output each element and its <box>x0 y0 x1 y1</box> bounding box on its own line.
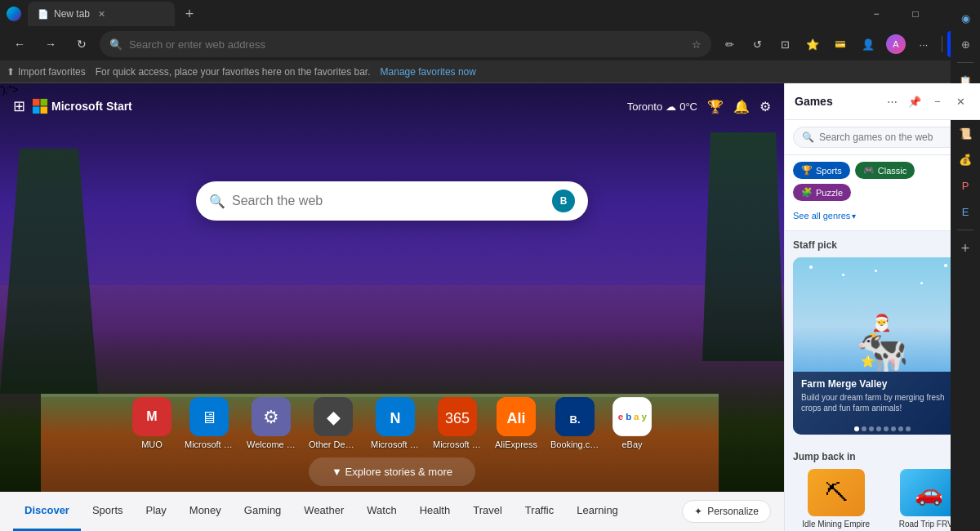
split-view-btn[interactable]: ⊡ <box>772 31 798 57</box>
star-icon: ⭐ <box>861 355 875 368</box>
shortcut-ms365[interactable]: 365 Microsoft 365 <box>433 397 482 449</box>
address-input[interactable] <box>129 38 685 51</box>
nav-tab-weather[interactable]: Weather <box>292 492 355 531</box>
explore-stories-btn[interactable]: ▼ Explore stories & more <box>309 457 475 486</box>
nav-tab-traffic[interactable]: Traffic <box>514 492 565 531</box>
shortcut-other-demos[interactable]: ◆ Other Demos <box>309 397 358 449</box>
nav-tab-discover[interactable]: Discover <box>13 492 81 531</box>
bing-btn[interactable]: B <box>552 190 575 212</box>
dot-7[interactable] <box>898 426 903 431</box>
shortcut-booking[interactable]: B. Booking.com <box>550 397 599 449</box>
nav-tab-money[interactable]: Money <box>178 492 233 531</box>
dot-1[interactable] <box>854 426 859 431</box>
nav-tab-sports[interactable]: Sports <box>81 492 135 531</box>
edge-side-add-btn[interactable]: + <box>954 237 977 260</box>
nav-tab-learning[interactable]: Learning <box>565 492 630 531</box>
personalize-btn[interactable]: ✦ Personalize <box>682 500 771 523</box>
svg-rect-3 <box>40 106 47 114</box>
staff-pick-name: Farm Merge Valley <box>801 378 964 390</box>
favorite-icon[interactable]: ☆ <box>692 38 702 51</box>
browser-tab[interactable]: 📄 New tab ✕ <box>28 2 175 26</box>
jump-back-mining[interactable]: ⛏ Idle Mining Empire <box>793 469 880 529</box>
roadtrip-icon: 🚗 <box>900 469 957 516</box>
ms-apps-grid-btn[interactable]: ⊞ Microsoft Start <box>13 97 132 115</box>
dot-5[interactable] <box>884 426 889 431</box>
puzzle-icon: 🧩 <box>801 187 813 198</box>
wallet-btn[interactable]: 💳 <box>827 31 853 57</box>
trophy-btn[interactable]: 🏆 <box>707 99 724 114</box>
svg-text:🖥: 🖥 <box>201 408 217 426</box>
tab-close-btn[interactable]: ✕ <box>98 9 105 20</box>
refresh-icon[interactable]: ↺ <box>744 31 770 57</box>
games-close-btn[interactable]: ✕ <box>951 91 970 111</box>
avatar-btn[interactable]: A <box>883 31 909 57</box>
edge-side-btn-6[interactable]: P <box>954 174 977 197</box>
staff-pick-card[interactable]: 🐄 🎅 ⭐ Farm Merge Valley Build your dream… <box>793 257 972 435</box>
edge-side-btn-7[interactable]: E <box>954 200 977 223</box>
address-bar-row: ← → ↻ 🔍 ☆ ✏ ↺ ⊡ ⭐ 💳 👤 A ··· E <box>0 28 980 60</box>
new-tab-btn[interactable]: + <box>178 2 201 25</box>
staff-pick-title: Staff pick <box>793 239 972 251</box>
genre-classic-tab[interactable]: 🎮 Classic <box>855 162 915 179</box>
manage-favorites-link[interactable]: Manage favorites now <box>381 66 476 78</box>
games-more-options-btn[interactable]: ⋯ <box>882 91 902 111</box>
shortcut-ms-re[interactable]: 🖥 Microsoft Re... <box>185 397 234 449</box>
dot-8[interactable] <box>906 426 911 431</box>
nav-tab-travel[interactable]: Travel <box>461 492 514 531</box>
dot-3[interactable] <box>869 426 874 431</box>
nav-tab-play[interactable]: Play <box>135 492 178 531</box>
see-all-genres-btn[interactable]: See all genres ▾ <box>793 207 972 224</box>
santa-hat-icon: 🎅 <box>871 313 892 332</box>
edge-side-discover[interactable]: ◉ <box>954 7 977 29</box>
games-pin-btn[interactable]: 📌 <box>905 91 924 111</box>
dot-4[interactable] <box>876 426 881 431</box>
nav-tab-gaming[interactable]: Gaming <box>233 492 293 531</box>
search-box[interactable]: 🔍 B <box>196 181 588 221</box>
notification-btn[interactable]: 🔔 <box>733 99 750 114</box>
svg-rect-0 <box>33 99 40 106</box>
browser-window: 📄 New tab ✕ + − □ ✕ ← → ↻ 🔍 ☆ ✏ ↺ ⊡ ⭐ <box>0 0 980 531</box>
back-btn[interactable]: ← <box>7 31 33 57</box>
maximize-btn[interactable]: □ <box>897 1 934 27</box>
shortcut-muo[interactable]: M MUO <box>132 397 172 449</box>
games-minimize-btn[interactable]: − <box>928 91 947 111</box>
minimize-btn[interactable]: − <box>858 1 895 27</box>
ms-start-label: Microsoft Start <box>51 100 132 113</box>
collections-btn[interactable]: ⭐ <box>800 31 826 57</box>
ms-flag-icon <box>32 98 48 114</box>
search-container: 🔍 B <box>196 181 588 221</box>
genre-puzzle-tab[interactable]: 🧩 Puzzle <box>793 184 851 201</box>
shortcut-welcome[interactable]: ⚙ Welcome to ... <box>247 397 296 449</box>
svg-rect-2 <box>33 106 40 114</box>
weather-widget[interactable]: Toronto ☁ 0°C <box>627 100 697 113</box>
dot-6[interactable] <box>891 426 896 431</box>
games-search-input[interactable] <box>819 132 963 143</box>
shortcut-aliexpress[interactable]: Ali AliExpress <box>495 397 537 449</box>
staff-pick-desc: Build your dream farm by merging fresh c… <box>801 392 964 413</box>
svg-text:Ali: Ali <box>506 410 525 426</box>
more-btn[interactable]: ··· <box>911 31 937 57</box>
edge-side-btn-4[interactable]: 📜 <box>954 122 977 145</box>
search-input[interactable] <box>232 194 546 208</box>
address-bar[interactable]: 🔍 ☆ <box>100 31 711 57</box>
profile-btn[interactable]: 👤 <box>855 31 881 57</box>
refresh-btn[interactable]: ↻ <box>69 31 95 57</box>
nav-tab-watch[interactable]: Watch <box>355 492 408 531</box>
favorites-bar: ⬆ Import favorites For quick access, pla… <box>0 60 980 83</box>
settings-btn[interactable]: ⚙ <box>760 99 771 114</box>
sports-icon: 🏆 <box>801 165 813 176</box>
favorites-btn[interactable]: ✏ <box>716 31 742 57</box>
tab-title-text: New tab <box>54 8 90 20</box>
import-favorites-btn[interactable]: ⬆ Import favorites <box>7 66 86 78</box>
dot-2[interactable] <box>862 426 866 431</box>
nav-tab-health[interactable]: Health <box>408 492 462 531</box>
shortcut-ms-n[interactable]: N Microsoft N... <box>371 397 420 449</box>
edge-side-btn-1[interactable]: ⊕ <box>954 33 977 56</box>
mining-icon: ⛏ <box>808 469 865 516</box>
genre-sports-tab[interactable]: 🏆 Sports <box>793 162 850 179</box>
shortcut-ebay[interactable]: ebay eBay <box>612 397 652 449</box>
games-search-box[interactable]: 🔍 <box>793 127 972 148</box>
chevron-down-icon: ▾ <box>852 212 856 221</box>
forward-btn[interactable]: → <box>38 31 64 57</box>
edge-side-btn-5[interactable]: 💰 <box>954 148 977 171</box>
